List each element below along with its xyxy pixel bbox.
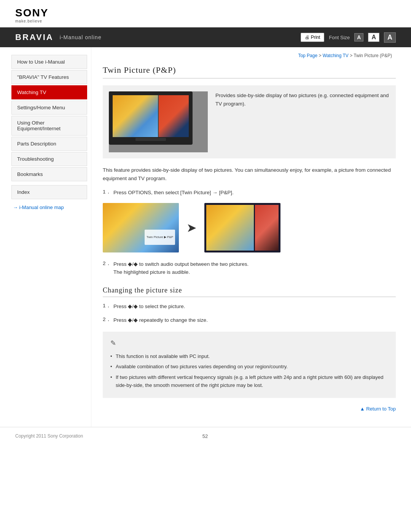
imanual-label: i-Manual online: [60, 34, 102, 40]
content-area: Top Page > Watching TV > Twin Picture (P…: [91, 47, 411, 427]
step-images: Twin Picture ▶ P&P ➤: [103, 203, 396, 252]
sidebar-map-link[interactable]: → i-Manual online map: [11, 204, 91, 210]
step-2-number: 2．: [103, 260, 111, 267]
step-1-number: 1．: [103, 189, 111, 195]
sidebar-item-parts-description[interactable]: Parts Description: [11, 137, 87, 151]
sony-logo-text: SONY: [15, 7, 48, 19]
page-number: 52: [83, 433, 327, 439]
nav-bar: BRAVIA i-Manual online 🖨 Print Font Size…: [0, 27, 411, 47]
section2-heading: Changing the picture size: [103, 286, 396, 297]
font-size-medium-button[interactable]: A: [368, 33, 379, 42]
section2-step-2-text: Press ◆/◆ repeatedly to change the size.: [113, 316, 208, 324]
sidebar-item-settings[interactable]: Settings/Home Menu: [11, 101, 87, 115]
tv-left-panel: [113, 95, 158, 137]
nav-right: 🖨 Print Font Size A A A: [301, 32, 396, 43]
tv-mock: [109, 91, 193, 145]
arrow-icon: ➤: [186, 220, 197, 235]
top-header: SONY make.believe: [0, 0, 411, 27]
step-image-right-right-panel: [255, 205, 279, 251]
font-size-label: Font Size: [329, 35, 350, 40]
note-item-3: If two pictures with different vertical …: [110, 373, 388, 390]
breadcrumb-current: Twin Picture (P&P): [354, 53, 392, 58]
sidebar: How to Use i-Manual "BRAVIA" TV Features…: [0, 47, 91, 427]
breadcrumb-watching-tv[interactable]: Watching TV: [323, 53, 349, 58]
note-item-2: Available combination of two pictures va…: [110, 363, 388, 371]
copyright: Copyright 2011 Sony Corporation: [15, 433, 83, 439]
body-text: This feature provides side-by-side displ…: [103, 166, 396, 182]
sidebar-item-watching-tv[interactable]: Watching TV: [11, 85, 87, 99]
note-box: ✎ This function is not available with PC…: [103, 332, 396, 398]
sony-tagline: make.believe: [15, 19, 42, 23]
section2-step-2-number: 2．: [103, 316, 111, 323]
step-1: 1． Press OPTIONS, then select [Twin Pict…: [103, 189, 396, 197]
intro-text: Provides side-by-side display of two pic…: [215, 91, 390, 108]
sidebar-item-how-to-use[interactable]: How to Use i-Manual: [11, 55, 87, 69]
print-icon: 🖨: [305, 35, 309, 40]
sony-logo: SONY make.believe: [15, 7, 396, 23]
page-title: Twin Picture (P&P): [103, 65, 396, 78]
return-to-top-link[interactable]: ▲ Return to Top: [360, 406, 396, 412]
tv-right-panel: [159, 95, 189, 137]
section2-step-2: 2． Press ◆/◆ repeatedly to change the si…: [103, 316, 396, 324]
section2-step-1-text: Press ◆/◆ to select the picture.: [113, 302, 185, 311]
step-image-left-bg: Twin Picture ▶ P&P: [103, 203, 179, 252]
font-size-large-button[interactable]: A: [384, 32, 396, 43]
bravia-section: BRAVIA i-Manual online: [15, 32, 102, 42]
step-image-before: Twin Picture ▶ P&P: [103, 203, 179, 252]
intro-image: [109, 91, 208, 152]
print-button[interactable]: 🖨 Print: [301, 33, 325, 42]
step-image-right-left-panel: [206, 205, 254, 251]
step-image-overlay: Twin Picture ▶ P&P: [145, 230, 175, 245]
main-container: How to Use i-Manual "BRAVIA" TV Features…: [0, 47, 411, 427]
breadcrumb-sep1: >: [317, 53, 323, 58]
breadcrumb-top-page[interactable]: Top Page: [298, 53, 317, 58]
step-image-right-bg: [204, 203, 280, 252]
step-2-text: Press ◆/◆ to switch audio output between…: [113, 260, 249, 276]
step-image-after: [204, 203, 280, 252]
print-label: Print: [311, 35, 320, 40]
breadcrumb-sep2: >: [349, 53, 354, 58]
note-item-1: This function is not available with PC i…: [110, 352, 388, 360]
section2-step-1: 1． Press ◆/◆ to select the picture.: [103, 302, 396, 311]
font-size-small-button[interactable]: A: [354, 33, 363, 42]
step-1-text: Press OPTIONS, then select [Twin Picture…: [113, 189, 234, 197]
tv-screen: [113, 95, 189, 137]
sidebar-item-troubleshooting[interactable]: Troubleshooting: [11, 152, 87, 166]
sidebar-item-index[interactable]: Index: [11, 185, 87, 199]
note-icon: ✎: [110, 338, 388, 349]
intro-box: Provides side-by-side display of two pic…: [103, 85, 396, 158]
sidebar-item-bookmarks[interactable]: Bookmarks: [11, 167, 87, 181]
note-list: This function is not available with PC i…: [110, 352, 388, 390]
breadcrumb: Top Page > Watching TV > Twin Picture (P…: [103, 53, 396, 58]
bravia-logo: BRAVIA: [15, 32, 54, 42]
return-to-top: ▲ Return to Top: [103, 406, 396, 412]
section2-step-1-number: 1．: [103, 302, 111, 309]
tv-stand: [135, 138, 166, 141]
sidebar-item-other-equipment[interactable]: Using Other Equipment/Internet: [11, 116, 87, 136]
page-footer: Copyright 2011 Sony Corporation 52: [0, 427, 411, 445]
sidebar-item-bravia-features[interactable]: "BRAVIA" TV Features: [11, 70, 87, 84]
step-2: 2． Press ◆/◆ to switch audio output betw…: [103, 260, 396, 276]
